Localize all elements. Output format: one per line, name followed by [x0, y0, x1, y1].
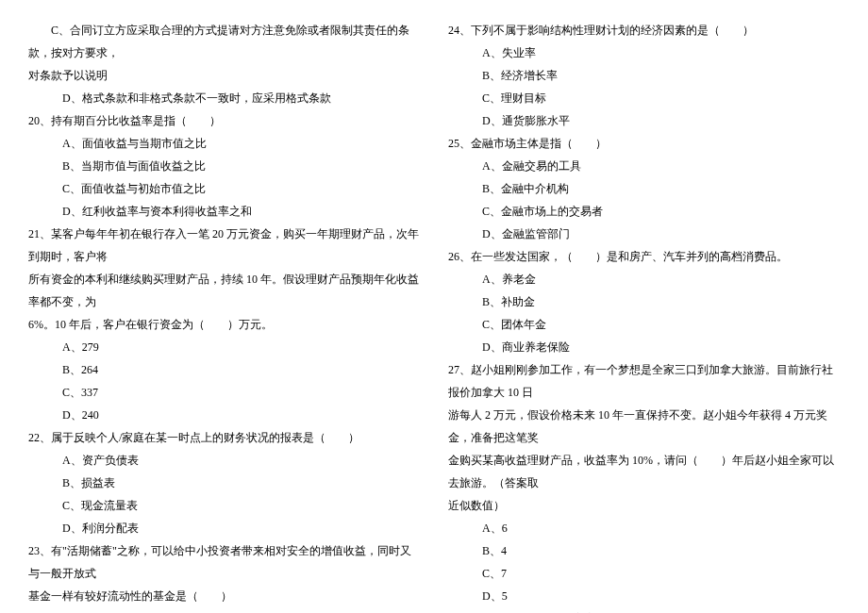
- question-20-option-a: A、面值收益与当期市值之比: [28, 132, 420, 155]
- question-20-option-b: B、当期市值与面值收益之比: [28, 155, 420, 177]
- question-25-option-c: C、金融市场上的交易者: [448, 200, 840, 223]
- question-27-option-c: C、7: [448, 562, 840, 585]
- question-25-option-a: A、金融交易的工具: [448, 155, 840, 177]
- question-27-option-b: B、4: [448, 539, 840, 562]
- pre-option-d: D、格式条款和非格式条款不一致时，应采用格式条款: [28, 87, 420, 109]
- question-20-stem: 20、持有期百分比收益率是指（ ）: [28, 109, 420, 132]
- question-22-option-d: D、利润分配表: [28, 517, 420, 539]
- question-27-stem-line3: 金购买某高收益理财产品，收益率为 10%，请问（ ）年后赵小姐全家可以去旅游。（…: [448, 449, 840, 494]
- question-26-option-d: D、商业养老保险: [448, 336, 840, 358]
- pre-text-line: C、合同订立方应采取合理的方式提请对方注意免除或者限制其责任的条款，按对方要求，: [28, 19, 420, 64]
- question-27-stem-line4: 近似数值）: [448, 494, 840, 517]
- left-column: C、合同订立方应采取合理的方式提请对方注意免除或者限制其责任的条款，按对方要求，…: [28, 19, 420, 613]
- question-24-stem: 24、下列不属于影响结构性理财计划的经济因素的是（ ）: [448, 19, 840, 41]
- question-24-option-a: A、失业率: [448, 41, 840, 64]
- question-21-option-a: A、279: [28, 336, 420, 358]
- two-column-layout: C、合同订立方应采取合理的方式提请对方注意免除或者限制其责任的条款，按对方要求，…: [28, 19, 840, 613]
- question-26-option-b: B、补助金: [448, 290, 840, 313]
- question-24-option-d: D、通货膨胀水平: [448, 109, 840, 132]
- question-25-option-b: B、金融中介机构: [448, 177, 840, 200]
- question-22-option-c: C、现金流量表: [28, 494, 420, 517]
- question-21-stem-line2: 所有资金的本利和继续购买理财产品，持续 10 年。假设理财产品预期年化收益率都不…: [28, 268, 420, 313]
- question-25-option-d: D、金融监管部门: [448, 223, 840, 245]
- question-25-stem: 25、金融市场主体是指（ ）: [448, 132, 840, 155]
- right-column: 24、下列不属于影响结构性理财计划的经济因素的是（ ） A、失业率 B、经济增长…: [448, 19, 840, 613]
- question-22-stem: 22、属于反映个人/家庭在某一时点上的财务状况的报表是（ ）: [28, 426, 420, 449]
- question-21-stem-line1: 21、某客户每年年初在银行存入一笔 20 万元资金，购买一年期理财产品，次年到期…: [28, 223, 420, 268]
- question-23-stem-line2: 基金一样有较好流动性的基金是（ ）: [28, 585, 420, 607]
- question-21-option-d: D、240: [28, 404, 420, 426]
- question-20-option-d: D、红利收益率与资本利得收益率之和: [28, 200, 420, 223]
- question-27-stem-line1: 27、赵小姐刚刚参加工作，有一个梦想是全家三口到加拿大旅游。目前旅行社报价加拿大…: [448, 358, 840, 404]
- question-21-option-b: B、264: [28, 358, 420, 381]
- question-22-option-b: B、损益表: [28, 472, 420, 494]
- question-20-option-c: C、面值收益与初始市值之比: [28, 177, 420, 200]
- question-26-stem: 26、在一些发达国家，（ ）是和房产、汽车并列的高档消费品。: [448, 245, 840, 268]
- question-24-option-b: B、经济增长率: [448, 64, 840, 87]
- question-26-option-a: A、养老金: [448, 268, 840, 290]
- question-27-option-a: A、6: [448, 517, 840, 539]
- question-24-option-c: C、理财目标: [448, 87, 840, 109]
- question-26-option-c: C、团体年金: [448, 313, 840, 336]
- question-23-option-a: A、债券型基金: [28, 607, 420, 613]
- question-22-option-a: A、资产负债表: [28, 449, 420, 472]
- question-27-stem-line2: 游每人 2 万元，假设价格未来 10 年一直保持不变。赵小姐今年获得 4 万元奖…: [448, 404, 840, 449]
- question-21-option-c: C、337: [28, 381, 420, 404]
- question-23-stem-line1: 23、有"活期储蓄"之称，可以给中小投资者带来相对安全的增值收益，同时又与一般开…: [28, 539, 420, 585]
- pre-text-line: 对条款予以说明: [28, 64, 420, 87]
- question-21-stem-line3: 6%。10 年后，客户在银行资金为（ ）万元。: [28, 313, 420, 336]
- question-28-stem: 28、下列表述中，最符合家庭成长期理财特征的是（ ）: [448, 607, 840, 613]
- question-27-option-d: D、5: [448, 585, 840, 607]
